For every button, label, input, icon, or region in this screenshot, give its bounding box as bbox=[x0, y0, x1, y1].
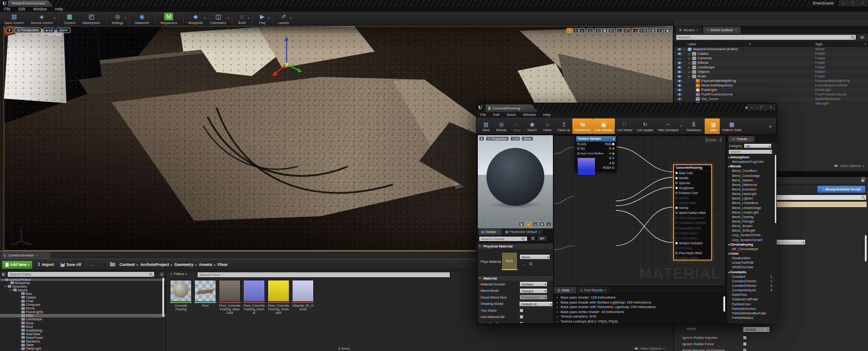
breadcrumb-item[interactable]: ArchvisProject▸ bbox=[140, 262, 173, 267]
input-pin[interactable] bbox=[675, 172, 678, 174]
close-icon[interactable]: × bbox=[696, 27, 698, 33]
import-button[interactable]: ↧Import bbox=[35, 262, 56, 267]
add-new-button[interactable]: Add New▾ bbox=[2, 261, 33, 269]
material-input-pin-row[interactable]: Pixel Depth Offset bbox=[674, 251, 711, 256]
outliner-row[interactable]: ▾ MasterEnvironement (Editor) World bbox=[674, 47, 868, 52]
expand-arrow-icon[interactable]: ▸ bbox=[689, 56, 692, 61]
tab-details[interactable]: Details× bbox=[479, 229, 502, 235]
output-pin[interactable] bbox=[612, 162, 614, 164]
input-pin[interactable] bbox=[675, 197, 678, 199]
palette-item[interactable]: Color bbox=[727, 251, 775, 256]
asset-tile[interactable]: Floor_Concrete Flooring_Normal bbox=[243, 280, 265, 315]
expand-arrow-icon[interactable]: ▸ bbox=[689, 74, 692, 79]
breadcrumb-item[interactable]: Content▸ bbox=[119, 262, 138, 267]
lock-icon[interactable] bbox=[861, 179, 864, 182]
material-section-header[interactable]: Material bbox=[478, 275, 553, 281]
input-pin[interactable] bbox=[577, 147, 580, 150]
scale-snap-toggle[interactable]: ↘ bbox=[632, 28, 638, 33]
minimize-button[interactable]: – bbox=[747, 104, 756, 110]
texture-sample-node[interactable]: Texture Sample UVsRGB TexR Apply View Mi… bbox=[576, 136, 616, 171]
folder-tree-row[interactable]: Drone bbox=[0, 307, 165, 310]
list-view-button[interactable]: ≣ bbox=[159, 271, 165, 277]
substance-button[interactable]: $ Substance bbox=[682, 119, 703, 134]
palette-item[interactable]: AtmosphericFogColor bbox=[727, 160, 775, 164]
visibility-eye-icon[interactable] bbox=[676, 48, 683, 51]
palette-item[interactable]: Lerp_ScratchGrime2 bbox=[727, 238, 775, 242]
outliner-row[interactable]: ▸ Objects Folder bbox=[674, 70, 868, 74]
asset-tile[interactable]: sl2qedtp_8K_Normal bbox=[292, 280, 314, 315]
visibility-eye-icon[interactable] bbox=[676, 93, 683, 96]
folder-tree-row[interactable]: Landscape bbox=[0, 318, 165, 321]
breadcrumb-item[interactable]: Geometry▸ bbox=[175, 262, 197, 267]
material-input-pin-row[interactable]: World Displacement bbox=[674, 215, 711, 220]
tab-palette[interactable]: ≔Palette× bbox=[728, 136, 755, 142]
output-pin[interactable] bbox=[612, 157, 614, 159]
asset-tile[interactable]: Concrete Flooring bbox=[170, 280, 192, 315]
property-dropdown[interactable]: Opaque bbox=[519, 288, 547, 294]
camera-speed-button[interactable]: ▤ bbox=[650, 28, 656, 33]
palette-item[interactable]: Blend_LinearLight bbox=[727, 210, 775, 215]
browse-button[interactable]: ◎ Browse bbox=[494, 119, 509, 134]
palette-item[interactable]: Constant2Vector2 bbox=[727, 279, 775, 284]
palette-item[interactable]: MF_Chromakeyer bbox=[727, 247, 775, 251]
palette-item[interactable]: ParticleColor bbox=[727, 302, 775, 307]
close-button[interactable]: × bbox=[766, 104, 775, 110]
palette-item[interactable]: Blend_Screen bbox=[727, 224, 775, 228]
input-pin[interactable] bbox=[675, 207, 678, 209]
close-icon[interactable]: × bbox=[735, 27, 737, 33]
material-input-pin-row[interactable]: Opacity bbox=[674, 195, 711, 200]
outliner-search-input[interactable] bbox=[676, 34, 856, 40]
material-input-pin-row[interactable]: Ambient Occlusion bbox=[674, 241, 711, 246]
expand-arrow-icon[interactable]: ▸ bbox=[689, 65, 692, 70]
build-button[interactable]: ⌂ Build ▾ bbox=[232, 12, 250, 25]
input-pin[interactable] bbox=[675, 252, 678, 254]
megascans-button[interactable]: M Megascans ▾ bbox=[155, 12, 180, 25]
preview-show-button[interactable]: Show bbox=[521, 136, 533, 141]
outliner-row[interactable]: NewLevelSequence LevelSequenceActor bbox=[674, 83, 868, 88]
material-editor-titlebar[interactable]: U ConcreteFlooring× ◆ – □ × bbox=[476, 103, 776, 112]
back-button[interactable]: ← bbox=[88, 262, 95, 267]
close-icon[interactable]: × bbox=[749, 136, 751, 142]
palette-item[interactable]: Blend_HardLight bbox=[727, 192, 775, 196]
input-pin[interactable] bbox=[675, 192, 678, 194]
visibility-eye-icon[interactable] bbox=[676, 84, 683, 87]
folder-tree-row[interactable]: Rock bbox=[0, 321, 165, 325]
view-options-button[interactable]: View Options▾ bbox=[634, 346, 665, 351]
settings-button[interactable]: ◎ Settings ▾ bbox=[106, 12, 127, 25]
source-control-button[interactable]: ◈ Source Control ▾ bbox=[28, 12, 56, 25]
outliner-row[interactable]: Sky_Dome StaticMeshActor bbox=[674, 97, 868, 101]
palette-item[interactable]: Blend_ColorBurn bbox=[727, 169, 775, 173]
menu-item[interactable]: Help bbox=[51, 7, 67, 12]
grid-snap-toggle[interactable]: ▦ bbox=[602, 28, 608, 33]
property-checkbox[interactable] bbox=[743, 336, 747, 340]
palette-item[interactable]: Blend_LinearDodge bbox=[727, 206, 775, 210]
material-input-pin-row[interactable]: Custom Data 1 bbox=[674, 236, 711, 241]
folder-tree-row[interactable]: Scaffolding bbox=[0, 328, 165, 332]
clean-up-button[interactable]: ↥ Clean Up bbox=[555, 119, 572, 134]
asset-tile[interactable]: Floor bbox=[194, 280, 216, 315]
rotation-snap-toggle[interactable]: △ bbox=[617, 28, 623, 33]
visibility-eye-icon[interactable] bbox=[676, 75, 683, 78]
outliner-row[interactable]: ▸ Effects Folder bbox=[674, 61, 868, 65]
maximize-button[interactable]: □ bbox=[757, 104, 766, 110]
preview-shape-button[interactable]: ▮ bbox=[519, 222, 524, 227]
folder-tree-row[interactable]: Table bbox=[0, 343, 165, 347]
tree-scrollbar[interactable] bbox=[162, 278, 164, 317]
palette-item[interactable]: Blend_Overlay bbox=[727, 215, 775, 219]
folder-tree-row[interactable]: Computer bbox=[0, 303, 165, 307]
material-input-pin-row[interactable]: Roughness bbox=[674, 185, 711, 190]
marketplace-button[interactable]: ◰ Marketplace ▾ bbox=[80, 12, 104, 25]
search-button[interactable]: ◉ Search bbox=[524, 119, 540, 134]
move-tool-button[interactable]: + bbox=[566, 28, 572, 33]
menu-item[interactable]: File bbox=[0, 7, 14, 12]
output-pin[interactable] bbox=[612, 166, 614, 169]
close-icon[interactable]: × bbox=[497, 229, 499, 235]
expand-arrow-icon[interactable]: ▾ bbox=[5, 285, 8, 288]
folder-tree-row[interactable]: Cables bbox=[0, 295, 165, 299]
material-input-pin-row[interactable]: Normal bbox=[674, 205, 711, 210]
folder-tree-row[interactable]: Speakers bbox=[0, 340, 165, 343]
expand-arrow-icon[interactable]: ▾ bbox=[2, 279, 5, 281]
input-pin[interactable] bbox=[675, 212, 678, 214]
visibility-eye-icon[interactable] bbox=[676, 57, 683, 59]
property-checkbox[interactable] bbox=[743, 348, 747, 351]
